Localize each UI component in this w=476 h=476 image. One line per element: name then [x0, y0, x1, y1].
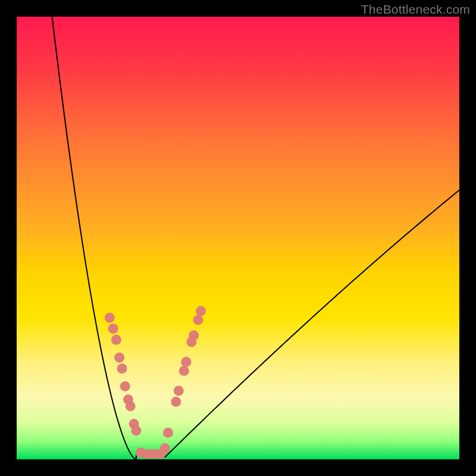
data-dot: [126, 401, 136, 411]
data-dot: [193, 315, 203, 325]
curve-path: [52, 17, 459, 459]
bottleneck-curve: [52, 17, 459, 459]
data-dots: [105, 306, 206, 459]
data-dot: [196, 306, 206, 316]
data-dot: [114, 352, 124, 362]
data-dot: [163, 428, 173, 438]
data-dot: [189, 330, 199, 340]
data-dot: [171, 397, 181, 407]
data-dot: [105, 312, 115, 322]
data-dot: [174, 386, 184, 396]
data-dot: [179, 366, 189, 376]
chart-overlay: [0, 0, 476, 476]
data-dot: [108, 324, 118, 334]
data-dot: [117, 364, 127, 374]
data-dot: [181, 357, 191, 367]
data-dot: [111, 335, 121, 345]
data-dot: [131, 425, 141, 436]
data-dot: [160, 443, 170, 453]
chart-frame: TheBottleneck.com: [0, 0, 476, 476]
data-dot: [120, 381, 130, 392]
